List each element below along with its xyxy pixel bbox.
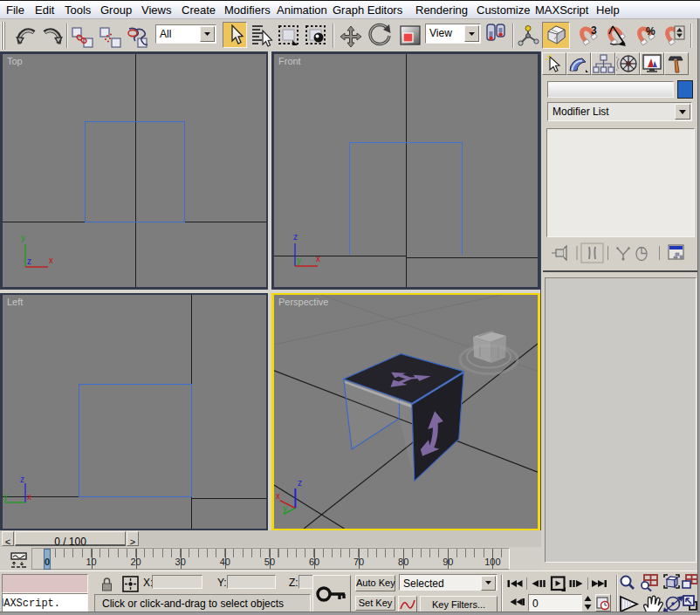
- svg-text:x: x: [27, 492, 31, 502]
- svg-text:z: z: [293, 232, 298, 242]
- svg-text:y: y: [297, 256, 301, 265]
- svg-text:3: 3: [591, 24, 597, 37]
- svg-text:x: x: [276, 491, 280, 501]
- svg-text:z: z: [20, 475, 24, 484]
- svg-text:x: x: [316, 254, 320, 263]
- svg-text:y: y: [283, 503, 287, 513]
- svg-text:%: %: [646, 25, 655, 38]
- svg-text:x: x: [49, 256, 53, 265]
- svg-text:z: z: [298, 478, 302, 488]
- svg-text:z: z: [27, 256, 31, 266]
- svg-text:y: y: [3, 492, 8, 502]
- svg-text:y: y: [21, 233, 25, 243]
